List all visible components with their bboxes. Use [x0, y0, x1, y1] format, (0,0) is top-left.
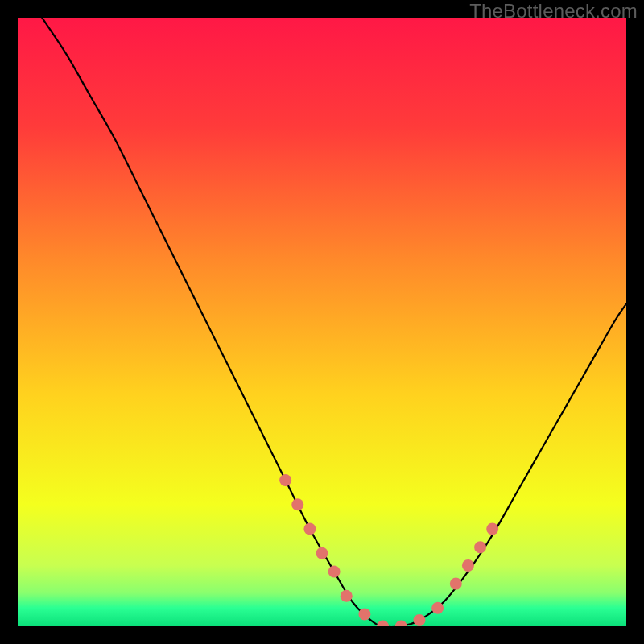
highlight-dot: [474, 541, 486, 553]
highlight-dot: [358, 608, 370, 620]
watermark-text: TheBottleneck.com: [469, 0, 638, 23]
chart-stage: TheBottleneck.com: [0, 0, 644, 644]
highlight-dot: [431, 602, 444, 614]
highlight-dot: [328, 565, 341, 577]
highlight-dot: [450, 578, 462, 590]
highlight-dot: [341, 590, 353, 602]
plot-background: [18, 18, 626, 626]
highlight-dot: [303, 523, 316, 535]
highlight-dot: [462, 559, 474, 572]
highlight-dot: [279, 474, 291, 486]
highlight-dot: [413, 614, 425, 626]
highlight-dot: [316, 547, 328, 559]
highlight-dot: [291, 498, 303, 510]
highlight-dot: [486, 523, 498, 535]
bottleneck-plot: [18, 18, 626, 626]
